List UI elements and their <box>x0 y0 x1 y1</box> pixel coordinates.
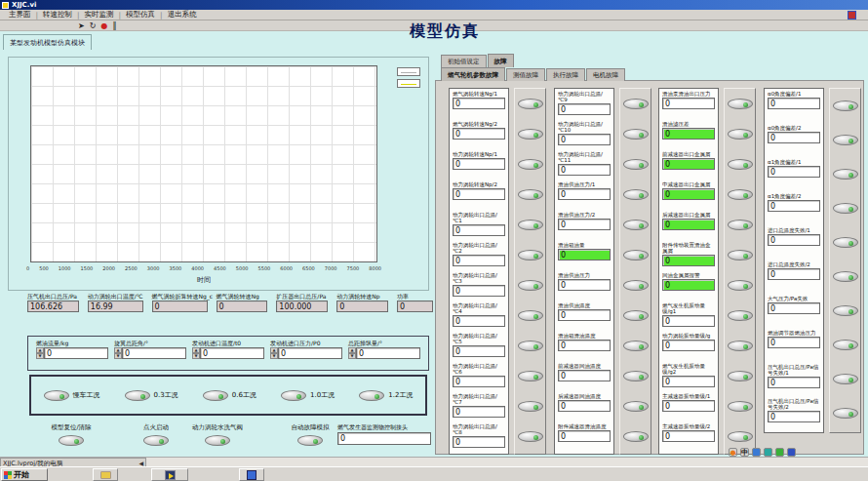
fault-field-input[interactable]: 0 <box>662 430 715 442</box>
spinner-down-icon[interactable]: ▼ <box>114 353 122 359</box>
spinner-down-icon[interactable]: ▼ <box>348 353 356 359</box>
fault-field-input[interactable]: 0 <box>558 134 611 145</box>
fault-field-input[interactable]: 0 <box>662 315 715 327</box>
bottom-button-2[interactable] <box>205 435 230 446</box>
legend-swatch-1[interactable] <box>397 79 420 88</box>
fault-field-input[interactable]: 0 <box>768 132 820 143</box>
fault-field-input[interactable]: 0 <box>558 103 611 115</box>
fault-field-input[interactable]: 0 <box>453 128 505 140</box>
fault-toggle-button-1-8[interactable] <box>623 341 649 351</box>
fault-toggle-button-0-11[interactable] <box>518 431 543 442</box>
fault-toggle-button-1-6[interactable] <box>623 280 649 291</box>
spinner-down-icon[interactable]: ▼ <box>192 353 200 359</box>
fault-toggle-button-0-4[interactable] <box>518 220 543 230</box>
fault-toggle-button-1-1[interactable] <box>623 129 649 140</box>
fault-field-input[interactable]: 0 <box>453 98 505 109</box>
fault-field-input[interactable]: 0 <box>768 411 820 422</box>
taskbar-folder-button[interactable] <box>93 468 118 481</box>
fault-toggle-button-2-5[interactable] <box>728 250 753 261</box>
spinner-down-icon[interactable]: ▼ <box>270 353 278 359</box>
fault-field-input[interactable]: 0 <box>453 406 505 418</box>
fault-field-input[interactable]: 0 <box>558 430 611 442</box>
window-titlebar[interactable]: XJJC.vi <box>0 0 868 10</box>
fault-field-input[interactable]: 0 <box>558 340 611 351</box>
fault-field-input[interactable]: 0 <box>453 376 505 387</box>
fault-field-input[interactable]: 0 <box>558 188 611 200</box>
bottom-button-3[interactable] <box>297 435 323 446</box>
menu-item-3[interactable]: 模型仿真 <box>121 10 160 20</box>
ime-chinese-icon[interactable]: 中 <box>740 448 749 457</box>
setpoint-input[interactable]: 0 <box>278 347 342 359</box>
abort-icon[interactable]: ● <box>100 21 107 30</box>
fault-toggle-button-2-6[interactable] <box>728 280 753 291</box>
fault-toggle-button-0-10[interactable] <box>518 401 543 412</box>
fault-field-input[interactable]: 0 <box>768 200 820 212</box>
fault-toggle-button-2-10[interactable] <box>728 401 753 412</box>
fault-toggle-button-3-4[interactable] <box>833 237 858 248</box>
fault-field-input[interactable]: 0 <box>558 370 611 381</box>
fault-toggle-button-3-0[interactable] <box>833 100 858 111</box>
fault-toggle-button-3-7[interactable] <box>833 340 858 350</box>
fault-field-input[interactable]: 0 <box>558 279 611 291</box>
fault-tab-row2-0[interactable]: 燃气轮机参数故障 <box>441 67 505 81</box>
fault-toggle-button-3-1[interactable] <box>833 135 858 145</box>
fault-field-input[interactable]: 0 <box>768 98 820 109</box>
fault-field-input[interactable]: 0 <box>453 224 505 236</box>
fault-field-input[interactable]: 0 <box>768 337 820 348</box>
fault-field-input[interactable]: 0 <box>453 345 505 357</box>
condition-button-2[interactable] <box>203 390 228 401</box>
fault-field-input[interactable]: 0 <box>662 98 715 109</box>
spinner-control[interactable]: ▲▼ <box>270 347 278 359</box>
fault-tab-row2-2[interactable]: 执行故障 <box>546 68 585 81</box>
fault-tab-row1-0[interactable]: 初始值设定 <box>441 55 487 67</box>
taskbar-labview-button[interactable] <box>151 468 188 481</box>
menu-item-4[interactable]: 退出系统 <box>163 10 202 20</box>
fault-field-input[interactable]: 0 <box>768 268 820 280</box>
tray-green-icon[interactable] <box>775 448 784 457</box>
fault-toggle-button-2-7[interactable] <box>728 310 753 321</box>
fault-toggle-button-1-9[interactable] <box>623 371 649 381</box>
fault-field-input[interactable]: 0 <box>558 219 611 230</box>
spinner-control[interactable]: ▲▼ <box>36 347 44 359</box>
fault-tab-row2-3[interactable]: 电机故障 <box>586 68 625 81</box>
setpoint-input[interactable]: 0 <box>122 347 186 359</box>
fault-toggle-button-0-6[interactable] <box>518 280 543 291</box>
fault-field-input[interactable]: 0 <box>768 377 820 388</box>
start-button[interactable]: 开始 <box>1 468 48 481</box>
fault-toggle-button-2-4[interactable] <box>728 220 753 230</box>
fault-field-input[interactable]: 0 <box>453 188 505 200</box>
fault-field-input[interactable]: 0 <box>768 302 820 314</box>
bottom-field-input[interactable]: 0 <box>337 432 431 445</box>
fault-toggle-button-1-2[interactable] <box>623 159 649 170</box>
tray-blue-icon[interactable] <box>787 448 796 457</box>
menu-item-2[interactable]: 实时监测 <box>80 10 119 20</box>
setpoint-input[interactable]: 0 <box>200 347 264 359</box>
fault-toggle-button-1-0[interactable] <box>623 99 649 109</box>
fault-toggle-button-3-8[interactable] <box>833 374 858 384</box>
fault-toggle-button-0-0[interactable] <box>518 99 543 109</box>
fault-field-input[interactable]: 0 <box>768 234 820 246</box>
fault-field-input[interactable]: 0 <box>662 376 715 387</box>
menu-item-1[interactable]: 转速控制 <box>38 10 77 20</box>
pause-icon[interactable]: ‖ <box>112 21 116 30</box>
tray-teal-icon[interactable] <box>764 448 772 457</box>
fault-toggle-button-3-2[interactable] <box>833 169 858 180</box>
fault-toggle-button-1-5[interactable] <box>623 250 649 261</box>
menu-item-0[interactable]: 主界面 <box>4 10 36 20</box>
fault-toggle-button-2-8[interactable] <box>728 341 753 351</box>
fault-field-input[interactable]: 0 <box>453 436 505 448</box>
fault-toggle-button-0-5[interactable] <box>518 250 543 261</box>
fault-toggle-button-3-9[interactable] <box>833 408 858 419</box>
condition-button-0[interactable] <box>44 390 69 401</box>
bottom-button-0[interactable] <box>59 435 84 446</box>
fault-toggle-button-1-10[interactable] <box>623 401 649 412</box>
fault-field-input[interactable]: 0 <box>662 158 715 170</box>
tray-keyboard-icon[interactable] <box>752 448 761 457</box>
run-icon[interactable]: ➤ <box>78 21 85 30</box>
fault-toggle-button-0-2[interactable] <box>518 159 543 170</box>
fault-field-input[interactable]: 0 <box>558 400 611 412</box>
fault-field-input[interactable]: 0 <box>662 340 715 351</box>
fault-toggle-button-1-11[interactable] <box>623 431 649 442</box>
fault-toggle-button-2-2[interactable] <box>728 159 753 170</box>
fault-toggle-button-0-8[interactable] <box>518 341 543 351</box>
